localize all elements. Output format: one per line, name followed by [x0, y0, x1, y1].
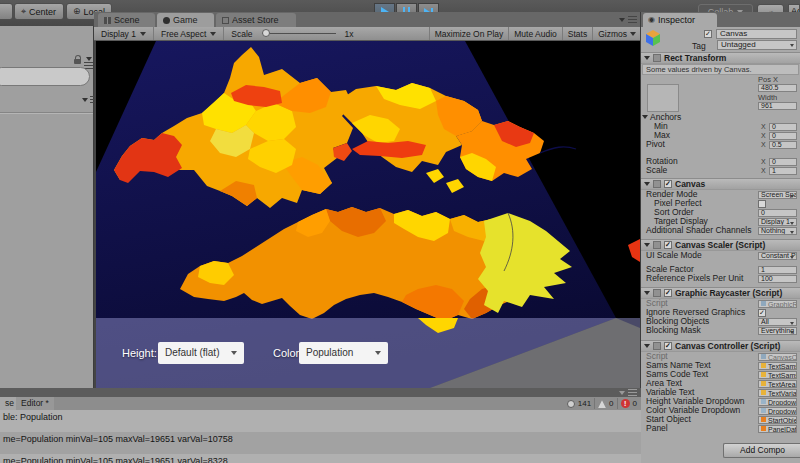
- property-label: Blocking Mask: [646, 326, 701, 335]
- object-field[interactable]: TextArea: [758, 380, 797, 388]
- game-tab-strip: Scene Game Asset Store: [94, 12, 641, 27]
- target-display-dropdown[interactable]: Display 1: [758, 218, 797, 226]
- add-component-button[interactable]: Add Compo: [723, 443, 800, 458]
- panel-menu-icon[interactable]: [619, 16, 637, 23]
- shader-channels-dropdown[interactable]: Nothing: [758, 227, 797, 235]
- chevron-down-icon: [619, 391, 625, 395]
- display-dropdown[interactable]: Display 1: [94, 27, 153, 40]
- foldout-arrow-icon[interactable]: [644, 291, 650, 295]
- log-entry[interactable]: ble: Population: [0, 410, 641, 432]
- component-enabled-checkbox[interactable]: [664, 180, 672, 188]
- foldout-arrow-icon[interactable]: [644, 56, 650, 60]
- log-entry[interactable]: me=Population minVal=105 maxVal=19651 va…: [0, 454, 641, 463]
- console-log-list: ble: Population me=Population minVal=105…: [0, 410, 641, 463]
- aspect-label: Free Aspect: [161, 29, 206, 39]
- anchor-preview[interactable]: [647, 84, 679, 112]
- scale-factor-field[interactable]: 1: [758, 266, 797, 274]
- maximize-on-play-button[interactable]: Maximize On Play: [429, 27, 509, 40]
- object-field[interactable]: TextVarial: [758, 389, 797, 397]
- component-enabled-checkbox[interactable]: [664, 241, 672, 249]
- component-enabled-checkbox[interactable]: [664, 289, 672, 297]
- inspector-tab-strip: ◉ Inspector: [641, 12, 800, 27]
- lock-icon[interactable]: [74, 59, 81, 64]
- panel-menu-icon[interactable]: [84, 57, 93, 69]
- value-field[interactable]: 0: [769, 158, 797, 166]
- object-field[interactable]: Dropdown: [758, 398, 797, 406]
- tab-game[interactable]: Game: [157, 13, 214, 27]
- warning-icon[interactable]: [598, 400, 606, 408]
- component-enabled-checkbox[interactable]: [664, 342, 672, 350]
- foldout-arrow-icon[interactable]: [642, 115, 648, 119]
- dropdown-component-icon: [761, 408, 766, 413]
- scale-slider-knob[interactable]: [262, 29, 270, 37]
- ui-scale-mode-dropdown[interactable]: Constant Pix: [758, 252, 797, 260]
- object-field[interactable]: PanelData: [758, 425, 797, 433]
- panel-menu-icon[interactable]: [619, 389, 637, 396]
- active-checkbox[interactable]: [704, 30, 712, 38]
- tag-dropdown[interactable]: Untagged: [717, 40, 797, 50]
- object-field[interactable]: Dropdown: [758, 407, 797, 415]
- center-icon: ⌖: [21, 7, 26, 16]
- blocking-mask-dropdown[interactable]: Everything: [758, 327, 797, 335]
- axis-label: X: [761, 122, 766, 131]
- tab-inspector[interactable]: ◉ Inspector: [643, 13, 717, 27]
- console-tab-strip: se Editor * 141 0 0: [0, 397, 641, 410]
- height-dropdown[interactable]: Default (flat): [158, 342, 244, 364]
- text-component-icon: [761, 363, 766, 368]
- object-field[interactable]: StartObje: [758, 416, 797, 424]
- gameobject-icon: [761, 417, 766, 422]
- search-field[interactable]: [0, 67, 90, 86]
- error-icon[interactable]: [621, 399, 630, 408]
- property-row: UI Scale Mode Constant Pix: [641, 251, 800, 260]
- log-entry[interactable]: me=Population minVal=105 maxVal=19651 va…: [0, 432, 641, 454]
- asset-store-icon: [222, 17, 229, 24]
- tab-scene-label: Scene: [114, 15, 140, 25]
- value-field[interactable]: 1: [769, 167, 797, 175]
- chevron-down-icon: [82, 98, 88, 102]
- sort-order-field[interactable]: 0: [758, 209, 797, 217]
- scale-slider[interactable]: [262, 33, 336, 34]
- search-input[interactable]: [3, 70, 77, 85]
- object-field[interactable]: TextSams: [758, 371, 797, 379]
- foldout-arrow-icon[interactable]: [644, 344, 650, 348]
- error-count: 0: [633, 399, 637, 408]
- foldout-arrow-icon[interactable]: [644, 182, 650, 186]
- aspect-dropdown[interactable]: Free Aspect: [154, 27, 223, 40]
- pivot-center-button[interactable]: ⌖ Center: [14, 3, 64, 20]
- gizmos-dropdown[interactable]: Gizmos: [592, 27, 641, 40]
- tab-asset-store[interactable]: Asset Store: [216, 13, 296, 27]
- console-status-counts: 141 0 0: [565, 397, 639, 410]
- object-name-field[interactable]: Canvas: [716, 29, 797, 39]
- axis-label: X: [761, 157, 766, 166]
- property-label: Scale: [646, 166, 667, 175]
- info-icon[interactable]: [567, 400, 575, 408]
- warning-count: 0: [609, 399, 613, 408]
- value-field[interactable]: 0.5: [769, 141, 797, 149]
- script-object-field[interactable]: GraphicRa: [758, 300, 797, 308]
- tool-button-fragment[interactable]: [0, 3, 13, 20]
- pos-x-field[interactable]: 480.5: [758, 84, 797, 92]
- script-object-field[interactable]: CanvasCo: [758, 353, 797, 361]
- chevron-down-icon: [140, 32, 146, 36]
- rect-transform-header[interactable]: Rect Transform: [641, 52, 800, 64]
- value-field[interactable]: 0: [769, 132, 797, 140]
- width-field[interactable]: 961: [758, 102, 797, 110]
- tab-asset-store-label: Asset Store: [232, 15, 279, 25]
- game-viewport[interactable]: Height: Default (flat) Color: Population: [96, 41, 640, 388]
- tab-editor[interactable]: Editor *: [16, 397, 54, 410]
- mute-audio-button[interactable]: Mute Audio: [508, 27, 562, 40]
- tab-game-label: Game: [173, 15, 198, 25]
- reference-pixels-field[interactable]: 100: [758, 275, 797, 283]
- render-mode-dropdown[interactable]: Screen Spac: [758, 191, 797, 199]
- object-header: Canvas: [641, 27, 800, 40]
- object-field[interactable]: TextSams: [758, 362, 797, 370]
- value-field[interactable]: 0: [769, 123, 797, 131]
- tab-scene[interactable]: Scene: [98, 13, 155, 27]
- pixel-perfect-checkbox[interactable]: [758, 200, 766, 208]
- log-text: me=Population minVal=105 maxVal=19651 va…: [3, 434, 233, 444]
- stats-button[interactable]: Stats: [562, 27, 592, 40]
- blocking-objects-dropdown[interactable]: All: [758, 318, 797, 326]
- ignore-reversed-checkbox[interactable]: [758, 309, 766, 317]
- foldout-arrow-icon[interactable]: [644, 243, 650, 247]
- color-dropdown[interactable]: Population: [299, 342, 388, 364]
